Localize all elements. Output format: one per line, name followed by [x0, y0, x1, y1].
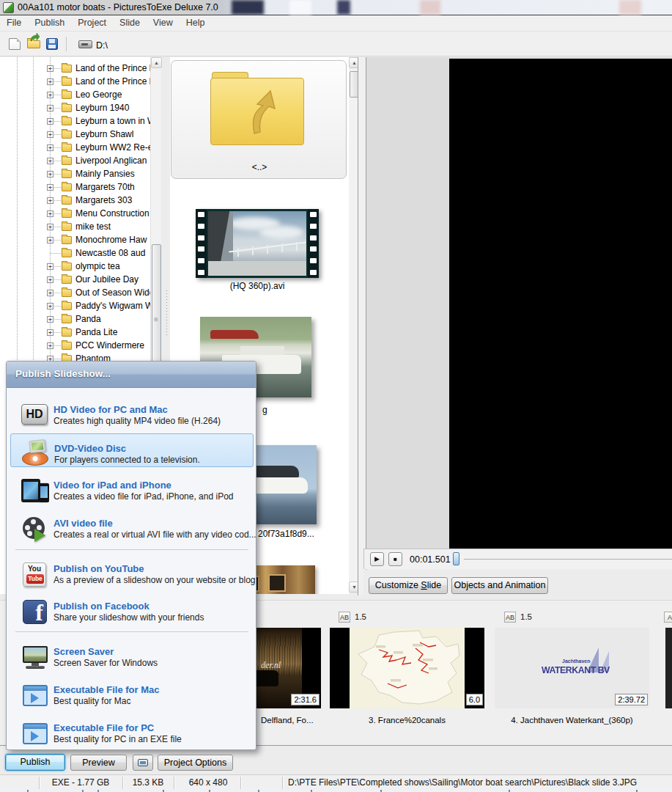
- tree-item[interactable]: +Mainly Pansies: [0, 167, 150, 180]
- transition-duration: 1.5: [355, 612, 366, 621]
- expand-icon[interactable]: +: [47, 131, 53, 138]
- menu-project[interactable]: Project: [71, 15, 113, 31]
- publish-menu-item[interactable]: YouTubePublish on YouTubeAs a preview of…: [10, 560, 254, 589]
- transition-ab-box[interactable]: A: [664, 612, 672, 623]
- publish-item-desc: Creates high quality MP4 video file (H.2…: [53, 416, 221, 426]
- tree-item[interactable]: +Panda Lite: [0, 326, 150, 339]
- save-project-icon[interactable]: [46, 38, 58, 50]
- new-project-icon[interactable]: [9, 38, 21, 50]
- tree-item[interactable]: +PCC Windermere: [0, 339, 150, 352]
- timeline-slide[interactable]: [665, 628, 672, 708]
- menu-slide[interactable]: Slide: [113, 15, 147, 31]
- tree-item[interactable]: +Margarets 70th: [0, 180, 150, 194]
- expand-icon[interactable]: +: [47, 78, 53, 85]
- tree-item[interactable]: +Monochrome Haw: [0, 233, 150, 246]
- timeline-slide[interactable]: 6.0: [330, 628, 484, 708]
- tree-item[interactable]: +Leyburn Shawl: [0, 128, 150, 141]
- menu-file[interactable]: File: [0, 15, 28, 31]
- preview-button[interactable]: Preview: [70, 755, 127, 771]
- publish-menu-item[interactable]: Executable File for PCBest quality for P…: [10, 719, 254, 748]
- expand-icon[interactable]: +: [47, 158, 53, 164]
- publish-menu-item[interactable]: AVI video fileCreates a real or virtual …: [10, 514, 254, 543]
- tree-item-label: PCC Windermere: [75, 340, 144, 351]
- folder-icon: [62, 78, 72, 86]
- publish-button[interactable]: Publish: [5, 754, 65, 771]
- expand-icon[interactable]: +: [47, 144, 53, 151]
- tree-item[interactable]: +Margarets 303: [0, 194, 150, 207]
- publish-item-desc: Share your slideshow with your friends: [53, 612, 204, 623]
- tree-item[interactable]: +Panda: [0, 312, 150, 326]
- tree-item[interactable]: +Leyburn a town in W: [0, 114, 150, 128]
- expand-icon[interactable]: +: [47, 237, 53, 243]
- menu-help[interactable]: Help: [180, 15, 212, 31]
- tree-item[interactable]: +olympic tea: [0, 260, 150, 273]
- expand-icon[interactable]: +: [47, 184, 53, 191]
- tree-item[interactable]: +Leo George: [0, 88, 150, 101]
- expand-icon[interactable]: +: [47, 224, 53, 230]
- menu-view[interactable]: View: [147, 15, 180, 31]
- mini-preview-button[interactable]: [133, 755, 153, 771]
- folder-icon: [62, 249, 72, 257]
- seek-slider-thumb[interactable]: [453, 552, 459, 565]
- titlebar-streak: [420, 0, 440, 15]
- timeline-slide[interactable]: Jachthaven WATERKANT BV 2:39.72: [495, 628, 649, 708]
- publish-item-desc: Screen Saver for Windows: [53, 658, 158, 668]
- drive-selector[interactable]: D:\: [96, 40, 108, 51]
- tree-item[interactable]: +mike test: [0, 220, 150, 233]
- expand-icon[interactable]: +: [47, 105, 53, 111]
- expand-icon[interactable]: +: [47, 316, 53, 323]
- transition-ab-box[interactable]: AB: [339, 612, 350, 623]
- publish-menu-item[interactable]: DVD-Video DiscFor players connected to a…: [10, 433, 254, 467]
- expand-icon[interactable]: +: [47, 197, 53, 204]
- tree-splitter-grip[interactable]: [165, 290, 168, 336]
- expand-icon[interactable]: +: [47, 303, 53, 309]
- panel-splitter[interactable]: [358, 57, 366, 595]
- project-options-button[interactable]: Project Options: [158, 755, 233, 771]
- expand-icon[interactable]: +: [47, 329, 53, 336]
- expand-icon[interactable]: +: [47, 263, 53, 270]
- publish-menu-item[interactable]: fPublish on FacebookShare your slideshow…: [10, 597, 254, 626]
- scroll-up-icon[interactable]: ▲: [151, 57, 162, 68]
- publish-menu-item[interactable]: Video for iPad and iPhoneCreates a video…: [10, 476, 254, 505]
- transition-ab-box[interactable]: AB: [504, 612, 516, 623]
- tree-item[interactable]: +Leyburn WW2 Re-e: [0, 141, 150, 154]
- status-exe-size: EXE - 1.77 GB: [44, 777, 117, 788]
- expand-icon[interactable]: +: [47, 276, 53, 283]
- video-file-thumbnail[interactable]: [196, 209, 319, 278]
- expand-icon[interactable]: +: [47, 118, 53, 125]
- expand-icon[interactable]: +: [47, 171, 53, 177]
- folder-icon: [62, 315, 72, 323]
- expand-icon[interactable]: +: [47, 342, 53, 349]
- publish-menu-item[interactable]: Executable File for MacBest quality for …: [10, 681, 254, 710]
- tree-item[interactable]: Newcastle 08 aud: [0, 246, 150, 260]
- expand-icon[interactable]: +: [47, 92, 53, 98]
- parent-folder-item[interactable]: <..>: [171, 60, 347, 179]
- objects-animation-button[interactable]: Objects and Animation: [451, 577, 548, 594]
- tree-item[interactable]: +Paddy's Wigwam W: [0, 299, 150, 312]
- timeline-slide[interactable]: der.nl 2:31.6: [249, 628, 321, 708]
- tree-item[interactable]: +Liverpool Anglican: [0, 154, 150, 167]
- stop-button[interactable]: ■: [388, 552, 402, 566]
- tree-item[interactable]: +Land of the Prince l: [0, 62, 150, 75]
- publish-menu-item[interactable]: Screen SaverScreen Saver for Windows: [10, 642, 254, 672]
- open-project-icon[interactable]: [27, 40, 40, 48]
- expand-icon[interactable]: +: [47, 290, 53, 296]
- tree-item[interactable]: +Out of Season Wide: [0, 286, 150, 299]
- publish-item-title: DVD-Video Disc: [54, 443, 126, 454]
- expand-icon[interactable]: +: [47, 65, 53, 72]
- tree-item[interactable]: +Land of the Prince l: [0, 75, 150, 88]
- publish-item-title: Screen Saver: [53, 646, 114, 657]
- drive-icon[interactable]: [78, 40, 92, 48]
- tree-item[interactable]: +Menu Construction: [0, 207, 150, 220]
- customize-slide-button[interactable]: Customize Slide: [369, 577, 448, 594]
- tree-item[interactable]: +Leyburn 1940: [0, 101, 150, 114]
- folder-icon: [62, 183, 72, 191]
- slide-caption: 3. France%20canals: [330, 716, 484, 725]
- publish-menu-item[interactable]: HDHD Video for PC and MacCreates high qu…: [10, 400, 254, 430]
- expand-icon[interactable]: +: [47, 210, 53, 217]
- tree-item[interactable]: +Our Jubilee Day: [0, 273, 150, 286]
- folder-icon: [62, 170, 72, 178]
- seek-slider-track[interactable]: [464, 559, 672, 560]
- menu-publish[interactable]: Publish: [28, 15, 71, 31]
- play-button[interactable]: ▶: [370, 552, 384, 566]
